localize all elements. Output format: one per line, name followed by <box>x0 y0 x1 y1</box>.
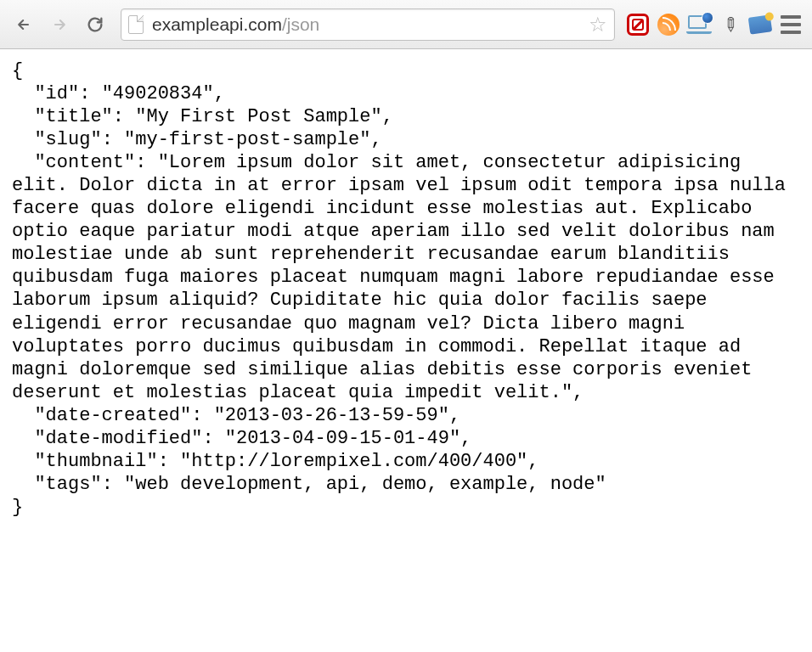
address-bar[interactable]: exampleapi.com/json ☆ <box>121 8 615 41</box>
forward-button[interactable] <box>44 9 75 40</box>
json-date-created-key: "date-created" <box>34 405 191 426</box>
bookmark-star-icon[interactable]: ☆ <box>589 13 607 37</box>
json-date-modified-val: "2013-04-09-15-01-49" <box>225 428 460 449</box>
json-tags-key: "tags" <box>34 474 101 495</box>
json-id-val: "49020834" <box>102 83 214 104</box>
reload-icon <box>86 15 104 34</box>
json-open: { <box>12 60 23 82</box>
arrow-right-icon <box>51 16 68 33</box>
reload-button[interactable] <box>80 9 110 40</box>
back-button[interactable] <box>8 9 39 40</box>
json-close: } <box>12 497 23 518</box>
json-thumbnail-val: "http://lorempixel.com/400/400" <box>180 451 527 472</box>
adblock-extension-icon[interactable] <box>625 12 651 37</box>
menu-button[interactable] <box>778 12 804 37</box>
json-id-key: "id" <box>34 83 79 104</box>
json-thumbnail-key: "thumbnail" <box>34 451 157 472</box>
json-content-val: "Lorem ipsum dolor sit amet, consectetur… <box>12 152 797 402</box>
browser-toolbar: exampleapi.com/json ☆ ✎ <box>0 0 812 49</box>
json-date-modified-key: "date-modified" <box>34 428 202 449</box>
json-date-created-val: "2013-03-26-13-59-59" <box>214 405 449 426</box>
arrow-left-icon <box>15 16 32 33</box>
json-title-val: "My First Post Sample" <box>135 106 381 127</box>
json-tags-val: "web development, api, demo, example, no… <box>124 474 606 495</box>
hamburger-icon <box>781 15 801 34</box>
device-extension-icon[interactable] <box>686 12 712 37</box>
url-domain: exampleapi.com <box>152 14 282 34</box>
json-slug-val: "my-first-post-sample" <box>124 129 370 150</box>
card-extension-icon[interactable] <box>747 12 773 37</box>
pin-extension-icon[interactable]: ✎ <box>717 12 742 37</box>
rss-extension-icon[interactable] <box>656 12 681 37</box>
url-path: /json <box>282 14 319 34</box>
json-slug-key: "slug" <box>34 129 101 150</box>
url-text: exampleapi.com/json <box>152 14 582 35</box>
json-content-key: "content" <box>34 152 135 173</box>
json-title-key: "title" <box>34 106 112 127</box>
page-icon <box>128 15 144 34</box>
json-response-body: { "id": "49020834", "title": "My First P… <box>0 49 812 529</box>
